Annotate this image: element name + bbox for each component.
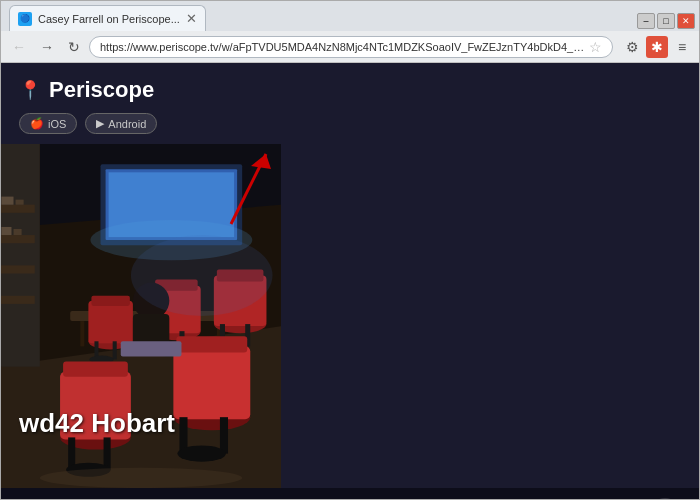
maximize-button[interactable]: □ [657, 13, 675, 29]
browser-window: 🔵 Casey Farrell on Periscope... ✕ – □ ✕ … [0, 0, 700, 500]
browser-tab[interactable]: 🔵 Casey Farrell on Periscope... ✕ [9, 5, 206, 31]
ios-label: iOS [48, 118, 66, 130]
forward-button[interactable]: → [35, 37, 59, 57]
browser-toolbar: ← → ↻ https://www.periscope.tv/w/aFpTVDU… [1, 31, 699, 63]
ios-button[interactable]: 🍎 iOS [19, 113, 77, 134]
svg-point-52 [40, 468, 242, 488]
bottom-bar: Casey Farrell Hobart, TAS, Australia ▶ [1, 488, 699, 499]
svg-rect-50 [133, 314, 169, 344]
svg-rect-39 [63, 362, 128, 377]
svg-rect-45 [176, 336, 247, 352]
toolbar-icons: ⚙ ✱ ≡ [621, 36, 693, 58]
svg-rect-21 [91, 296, 129, 306]
svg-rect-41 [104, 437, 111, 469]
app-buttons: 🍎 iOS ▶ Android [19, 113, 681, 134]
play-button[interactable]: ▶ [649, 498, 681, 499]
minimize-button[interactable]: – [637, 13, 655, 29]
tab-label: Casey Farrell on Periscope... [38, 13, 180, 25]
right-content-area [281, 144, 699, 488]
stream-title: wd42 Hobart [19, 408, 175, 439]
svg-rect-23 [113, 341, 117, 359]
svg-rect-8 [1, 205, 35, 213]
close-button[interactable]: ✕ [677, 13, 695, 29]
svg-point-53 [131, 235, 273, 316]
svg-point-48 [177, 446, 226, 462]
svg-rect-14 [1, 227, 11, 235]
svg-rect-15 [14, 229, 22, 235]
tab-bar: 🔵 Casey Farrell on Periscope... ✕ – □ ✕ [1, 1, 699, 31]
svg-rect-20 [88, 301, 133, 343]
tab-close-button[interactable]: ✕ [186, 12, 197, 25]
svg-rect-17 [80, 321, 84, 346]
periscope-header: 📍 Periscope 🍎 iOS ▶ Android [1, 63, 699, 144]
menu-button[interactable]: ≡ [671, 36, 693, 58]
apple-icon: 🍎 [30, 117, 44, 130]
svg-rect-44 [173, 346, 250, 419]
android-button[interactable]: ▶ Android [85, 113, 157, 134]
svg-rect-9 [1, 235, 35, 243]
android-label: Android [108, 118, 146, 130]
back-button[interactable]: ← [7, 37, 31, 57]
periscope-brand-name: Periscope [49, 77, 154, 103]
refresh-button[interactable]: ↻ [63, 37, 85, 57]
svg-rect-10 [1, 265, 35, 273]
page-content: 📍 Periscope 🍎 iOS ▶ Android [1, 63, 699, 499]
extensions-button[interactable]: ⚙ [621, 36, 643, 58]
svg-rect-12 [1, 197, 13, 205]
lastpass-button[interactable]: ✱ [646, 36, 668, 58]
svg-rect-51 [121, 341, 182, 356]
bookmark-icon[interactable]: ☆ [589, 39, 602, 55]
periscope-logo: 📍 Periscope [19, 77, 681, 103]
address-bar[interactable]: https://www.periscope.tv/w/aFpTVDU5MDA4N… [89, 36, 613, 58]
svg-rect-3 [1, 144, 40, 367]
url-text: https://www.periscope.tv/w/aFpTVDU5MDA4N… [100, 41, 585, 53]
tab-favicon: 🔵 [18, 12, 32, 26]
window-controls: – □ ✕ [637, 13, 699, 31]
svg-rect-11 [1, 296, 35, 304]
svg-rect-47 [220, 417, 228, 453]
svg-rect-13 [16, 200, 24, 205]
pin-icon: 📍 [19, 79, 41, 101]
play-icon: ▶ [96, 117, 104, 130]
